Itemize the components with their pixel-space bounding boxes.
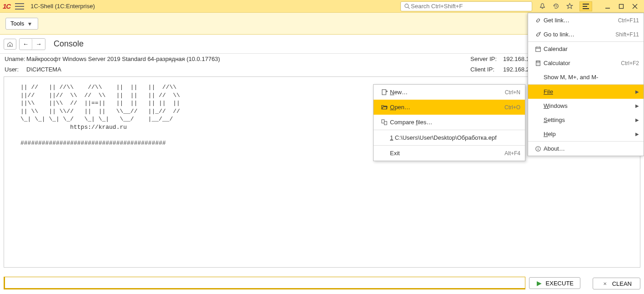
svg-point-0 — [405, 4, 409, 7]
hamburger-icon[interactable] — [15, 3, 24, 10]
menu-file[interactable]: File▶ — [528, 85, 644, 99]
svg-point-15 — [537, 64, 538, 65]
svg-rect-7 — [536, 47, 541, 51]
svg-point-14 — [539, 63, 539, 64]
home-button[interactable] — [4, 39, 16, 50]
svg-point-19 — [538, 147, 539, 148]
play-icon: ▶ — [536, 279, 543, 287]
info-icon — [533, 146, 544, 152]
svg-rect-12 — [537, 61, 539, 62]
user-value: D\СИСТЕМА — [26, 66, 470, 73]
calendar-icon — [533, 46, 544, 52]
menu-help[interactable]: Help▶ — [528, 127, 644, 141]
uname-label: Uname: — [5, 56, 26, 62]
calculator-icon — [533, 60, 544, 66]
chevron-right-icon: ▶ — [635, 117, 639, 122]
file-exit[interactable]: ExitAlt+F4 — [374, 146, 525, 161]
goto-link-icon — [533, 31, 544, 38]
menu-calculator[interactable]: CalculatorCtrl+F2 — [528, 56, 644, 70]
search-box[interactable] — [400, 1, 532, 11]
forward-button[interactable]: → — [32, 39, 45, 50]
chevron-down-icon: ▾ — [26, 20, 33, 27]
new-file-icon — [378, 89, 390, 96]
command-bar: ▶ EXECUTE — [4, 277, 580, 289]
history-icon[interactable] — [552, 3, 559, 10]
tools-button[interactable]: Tools ▾ — [5, 18, 38, 30]
compare-icon — [378, 119, 390, 126]
star-icon[interactable] — [566, 3, 573, 10]
menu-calendar[interactable]: Calendar — [528, 42, 644, 56]
file-open[interactable]: Open…Ctrl+O — [374, 100, 525, 115]
svg-point-16 — [539, 64, 539, 65]
menu-show-m[interactable]: Show M, M+, and M- — [528, 70, 644, 84]
main-menu-button[interactable] — [579, 1, 592, 11]
menu-settings[interactable]: Settings▶ — [528, 113, 644, 127]
svg-rect-20 — [382, 90, 385, 95]
chevron-right-icon: ▶ — [635, 89, 639, 94]
minimize-button[interactable] — [604, 3, 611, 10]
file-compare[interactable]: Compare files… — [374, 115, 525, 130]
bell-icon[interactable] — [539, 3, 546, 10]
clean-button[interactable]: ✕ CLEAN — [593, 278, 640, 289]
open-folder-icon — [378, 104, 390, 111]
svg-point-13 — [537, 63, 538, 64]
chevron-right-icon: ▶ — [635, 103, 639, 108]
client-ip-label: Client IP: — [470, 66, 503, 73]
server-ip-label: Server IP: — [470, 56, 503, 62]
main-menu-dropdown: Get link…Ctrl+F11 Go to link…Shift+F11 C… — [528, 13, 644, 156]
svg-rect-4 — [619, 4, 624, 8]
link-icon — [533, 17, 544, 24]
window-title: 1C-Shell (1C:Enterprise) — [30, 3, 95, 10]
svg-line-1 — [408, 7, 410, 9]
x-icon: ✕ — [601, 280, 609, 287]
close-button[interactable] — [631, 3, 639, 10]
menu-go-to-link[interactable]: Go to link…Shift+F11 — [528, 27, 644, 41]
user-label: User: — [5, 66, 26, 73]
titlebar: 1C 1C-Shell (1C:Enterprise) — [0, 0, 644, 13]
menu-windows[interactable]: Windows▶ — [528, 99, 644, 113]
file-submenu: New…Ctrl+N Open…Ctrl+O Compare files… 1 … — [373, 84, 525, 161]
menu-about[interactable]: About… — [528, 142, 644, 156]
search-input[interactable] — [411, 3, 529, 10]
menu-get-link[interactable]: Get link…Ctrl+F11 — [528, 13, 644, 27]
uname-value: Майкрософт Windows Server 2019 Standard … — [26, 56, 470, 62]
maximize-button[interactable] — [618, 3, 625, 10]
file-new[interactable]: New…Ctrl+N — [374, 85, 525, 100]
back-button[interactable]: ← — [20, 39, 32, 50]
command-input[interactable] — [4, 277, 525, 289]
file-recent-1[interactable]: 1 C:\Users\User\Desktop\Обработка.epf — [374, 130, 525, 145]
page-title: Console — [54, 39, 84, 49]
logo-1c: 1C — [3, 2, 10, 10]
svg-rect-24 — [384, 122, 387, 125]
search-icon — [404, 3, 411, 10]
svg-rect-23 — [381, 120, 384, 123]
chevron-right-icon: ▶ — [635, 132, 639, 137]
svg-marker-2 — [567, 3, 572, 8]
execute-button[interactable]: ▶ EXECUTE — [529, 277, 580, 289]
